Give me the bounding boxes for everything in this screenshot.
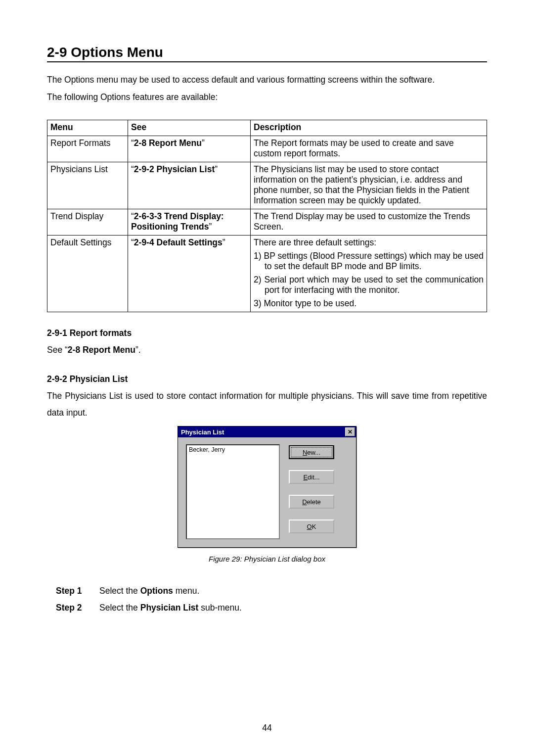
see-ref: 2-8 Report Menu [134, 138, 202, 148]
step-1: Step 1 Select the Options menu. [56, 583, 487, 599]
section-2-9-1-heading: 2-9-1 Report formats [47, 328, 487, 338]
intro-line-1: The Options menu may be used to access d… [47, 71, 487, 89]
btn-text: elete [307, 498, 321, 506]
cell-see: “2-8 Report Menu” [128, 136, 251, 162]
quote-close: ” [202, 138, 205, 148]
steps-list: Step 1 Select the Options menu. Step 2 S… [47, 583, 487, 616]
section-2-9-2-body: The Physicians List is used to store con… [47, 387, 487, 421]
page-number: 44 [0, 723, 534, 733]
step-pre: Select the [99, 586, 140, 596]
step-label: Step 2 [56, 600, 90, 616]
step-bold: Options [140, 586, 173, 596]
new-button[interactable]: New... [289, 445, 334, 459]
default-item-3: 3) Monitor type to be used. [254, 298, 484, 309]
table-row: Default Settings “2-9-4 Default Settings… [47, 236, 487, 312]
page-title: 2-9 Options Menu [47, 45, 487, 62]
step-text: Select the Options menu. [99, 583, 199, 599]
btn-text: K [312, 523, 316, 530]
default-item-2: 2) Serial port which may be used to set … [254, 275, 484, 295]
mnemonic: D [302, 498, 307, 506]
step-post: menu. [173, 586, 200, 596]
table-row: Trend Display “2-6-3-3 Trend Display: Po… [47, 209, 487, 236]
see-text-pre: See “ [47, 345, 68, 355]
th-menu: Menu [47, 120, 128, 136]
cell-see: “2-9-2 Physician List” [128, 162, 251, 209]
dialog-title: Physician List [181, 428, 224, 436]
delete-button[interactable]: Delete [289, 495, 334, 509]
th-description: Description [251, 120, 487, 136]
intro-paragraph: The Options menu may be used to access d… [47, 71, 487, 106]
intro-line-2: The following Options features are avail… [47, 89, 487, 106]
step-text: Select the Physician List sub-menu. [99, 600, 242, 616]
dialog-figure: Physician List ✕ Becker, Jerry New... Ed… [47, 426, 487, 563]
see-text-bold: 2-8 Report Menu [68, 345, 135, 355]
cell-desc: The Physicians list may be used to store… [251, 162, 487, 209]
section-2-9-1-body: See “2-8 Report Menu”. [47, 341, 487, 358]
cell-menu: Physicians List [47, 162, 128, 209]
cell-desc: There are three default settings: 1) BP … [251, 236, 487, 312]
default-intro: There are three default settings: [254, 237, 484, 248]
dialog-titlebar: Physician List ✕ [178, 426, 356, 437]
mnemonic: N [303, 449, 307, 456]
close-icon[interactable]: ✕ [345, 427, 355, 436]
see-ref: 2-9-2 Physician List [134, 164, 215, 174]
list-item[interactable]: Becker, Jerry [189, 446, 277, 453]
see-ref: 2-9-4 Default Settings [134, 237, 222, 247]
cell-menu: Report Formats [47, 136, 128, 162]
physician-listbox[interactable]: Becker, Jerry [186, 444, 280, 539]
cell-menu: Default Settings [47, 236, 128, 312]
quote-close: ” [222, 237, 225, 247]
step-post: sub-menu. [198, 603, 242, 613]
quote-close: ” [215, 164, 218, 174]
btn-text: ew... [307, 449, 320, 456]
step-bold: Physician List [140, 603, 199, 613]
cell-desc: The Report formats may be used to create… [251, 136, 487, 162]
cell-desc: The Trend Display may be used to customi… [251, 209, 487, 236]
step-label: Step 1 [56, 583, 90, 599]
default-item-1: 1) BP settings (Blood Pressure settings)… [254, 251, 484, 272]
section-2-9-2-heading: 2-9-2 Physician List [47, 374, 487, 384]
btn-text: dit... [308, 473, 320, 481]
options-table: Menu See Description Report Formats “2-8… [47, 120, 487, 312]
table-row: Report Formats “2-8 Report Menu” The Rep… [47, 136, 487, 162]
mnemonic: O [307, 523, 312, 530]
table-row: Physicians List “2-9-2 Physician List” T… [47, 162, 487, 209]
see-text-post: ”. [135, 345, 141, 355]
ok-button[interactable]: OK [289, 520, 334, 533]
cell-see: “2-9-4 Default Settings” [128, 236, 251, 312]
step-pre: Select the [99, 603, 140, 613]
cell-menu: Trend Display [47, 209, 128, 236]
cell-see: “2-6-3-3 Trend Display: Positioning Tren… [128, 209, 251, 236]
th-see: See [128, 120, 251, 136]
physician-list-dialog: Physician List ✕ Becker, Jerry New... Ed… [178, 426, 356, 548]
step-2: Step 2 Select the Physician List sub-men… [56, 600, 487, 616]
mnemonic: E [303, 473, 308, 481]
figure-caption: Figure 29: Physician List dialog box [209, 555, 325, 563]
edit-button[interactable]: Edit... [289, 470, 334, 484]
quote-close: ” [209, 222, 212, 232]
